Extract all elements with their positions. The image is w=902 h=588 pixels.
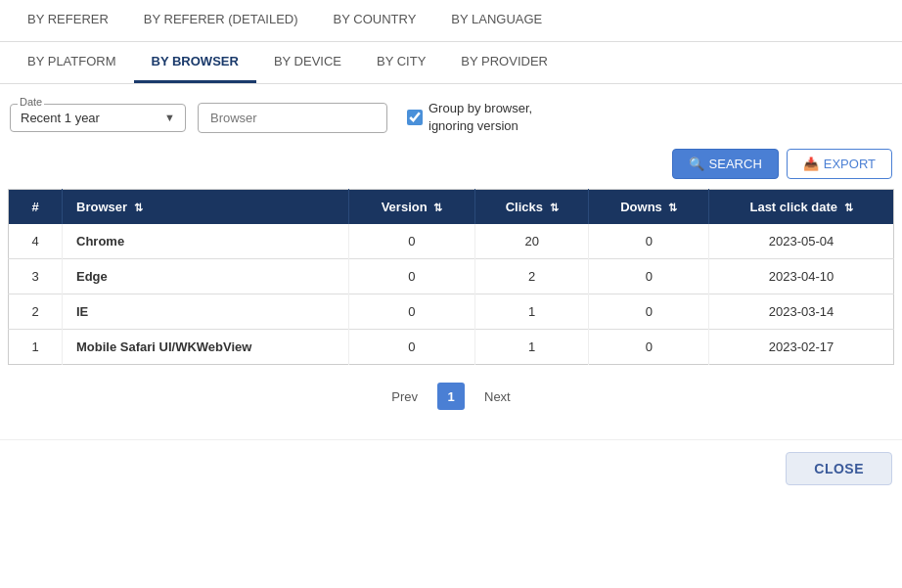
tab-by-language[interactable]: BY LANGUAGE bbox=[433, 0, 560, 41]
last-click-sort-icon: ⇅ bbox=[844, 202, 853, 213]
col-header-downs[interactable]: Downs ⇅ bbox=[589, 190, 709, 225]
prev-page-button[interactable]: Prev bbox=[380, 385, 429, 408]
tab-by-browser[interactable]: BY BROWSER bbox=[134, 42, 256, 83]
table-header-row: # Browser ⇅ Version ⇅ Clicks ⇅ Downs ⇅ bbox=[9, 190, 894, 225]
checkbox-label: Group by browser, ignoring version bbox=[428, 100, 532, 135]
group-by-browser-checkbox[interactable] bbox=[407, 110, 423, 125]
export-icon: 📥 bbox=[803, 157, 819, 171]
cell-clicks: 2 bbox=[474, 259, 589, 294]
cell-num: 3 bbox=[9, 259, 63, 294]
col-header-browser[interactable]: Browser ⇅ bbox=[63, 190, 349, 225]
close-button[interactable]: CLOSE bbox=[786, 452, 892, 485]
cell-last-click: 2023-02-17 bbox=[709, 330, 894, 365]
col-header-num[interactable]: # bbox=[9, 190, 63, 225]
table-row: 3 Edge 0 2 0 2023-04-10 bbox=[9, 259, 894, 294]
search-icon: 🔍 bbox=[689, 157, 704, 171]
current-page[interactable]: 1 bbox=[437, 383, 465, 410]
dropdown-arrow-icon: ▼ bbox=[164, 112, 175, 123]
cell-downs: 0 bbox=[589, 259, 709, 294]
cell-last-click: 2023-03-14 bbox=[709, 294, 894, 330]
table-row: 4 Chrome 0 20 0 2023-05-04 bbox=[9, 224, 894, 259]
next-page-button[interactable]: Next bbox=[473, 385, 522, 408]
version-sort-icon: ⇅ bbox=[433, 202, 442, 213]
cell-version: 0 bbox=[349, 224, 475, 259]
date-select-wrapper[interactable]: Recent 1 year ▼ bbox=[10, 104, 186, 132]
checkbox-label-line2: ignoring version bbox=[428, 118, 519, 133]
tab-by-provider[interactable]: BY PROVIDER bbox=[443, 42, 565, 83]
checkbox-label-line1: Group by browser, bbox=[428, 101, 532, 115]
tab-by-device[interactable]: BY DEVICE bbox=[256, 42, 359, 83]
col-header-version[interactable]: Version ⇅ bbox=[349, 190, 475, 225]
cell-num: 1 bbox=[9, 330, 63, 365]
clicks-sort-icon: ⇅ bbox=[550, 202, 559, 213]
cell-version: 0 bbox=[349, 330, 475, 365]
tabs-row-1: BY REFERER BY REFERER (DETAILED) BY COUN… bbox=[0, 0, 902, 42]
browser-input[interactable] bbox=[198, 103, 387, 133]
date-select[interactable]: Recent 1 year bbox=[21, 111, 160, 125]
table-container: # Browser ⇅ Version ⇅ Clicks ⇅ Downs ⇅ bbox=[0, 189, 902, 365]
cell-browser: Chrome bbox=[63, 224, 349, 259]
cell-downs: 0 bbox=[589, 224, 709, 259]
downs-sort-icon: ⇅ bbox=[668, 202, 677, 213]
col-header-clicks[interactable]: Clicks ⇅ bbox=[474, 190, 589, 225]
tab-by-platform[interactable]: BY PLATFORM bbox=[10, 42, 134, 83]
export-button[interactable]: 📥 EXPORT bbox=[787, 149, 892, 179]
tab-by-city[interactable]: BY CITY bbox=[359, 42, 443, 83]
tabs-row-2: BY PLATFORM BY BROWSER BY DEVICE BY CITY… bbox=[0, 42, 902, 84]
pagination: Prev 1 Next bbox=[0, 365, 902, 420]
action-row: 🔍 SEARCH 📥 EXPORT bbox=[0, 143, 902, 189]
search-button[interactable]: 🔍 SEARCH bbox=[672, 149, 779, 179]
tab-by-referer-detailed[interactable]: BY REFERER (DETAILED) bbox=[126, 0, 316, 41]
cell-browser: Edge bbox=[63, 259, 349, 294]
cell-downs: 0 bbox=[589, 330, 709, 365]
cell-browser: Mobile Safari UI/WKWebView bbox=[63, 330, 349, 365]
table-row: 1 Mobile Safari UI/WKWebView 0 1 0 2023-… bbox=[9, 330, 894, 365]
tab-by-referer[interactable]: BY REFERER bbox=[10, 0, 126, 41]
search-button-label: SEARCH bbox=[709, 157, 762, 171]
cell-version: 0 bbox=[349, 294, 475, 330]
date-label: Date bbox=[18, 96, 44, 108]
export-button-label: EXPORT bbox=[824, 157, 876, 171]
cell-num: 4 bbox=[9, 224, 63, 259]
cell-browser: IE bbox=[63, 294, 349, 330]
table-row: 2 IE 0 1 0 2023-03-14 bbox=[9, 294, 894, 330]
date-group: Date Recent 1 year ▼ bbox=[10, 104, 186, 132]
cell-version: 0 bbox=[349, 259, 475, 294]
data-table: # Browser ⇅ Version ⇅ Clicks ⇅ Downs ⇅ bbox=[8, 189, 894, 365]
browser-sort-icon: ⇅ bbox=[134, 202, 143, 213]
checkbox-group: Group by browser, ignoring version bbox=[407, 100, 532, 135]
cell-downs: 0 bbox=[589, 294, 709, 330]
tab-by-country[interactable]: BY COUNTRY bbox=[316, 0, 434, 41]
cell-last-click: 2023-04-10 bbox=[709, 259, 894, 294]
cell-clicks: 1 bbox=[474, 330, 589, 365]
footer: CLOSE bbox=[0, 439, 902, 497]
cell-last-click: 2023-05-04 bbox=[709, 224, 894, 259]
cell-clicks: 1 bbox=[474, 294, 589, 330]
cell-clicks: 20 bbox=[474, 224, 589, 259]
col-header-last-click[interactable]: Last click date ⇅ bbox=[709, 190, 894, 225]
cell-num: 2 bbox=[9, 294, 63, 330]
controls-row: Date Recent 1 year ▼ Group by browser, i… bbox=[0, 84, 902, 143]
